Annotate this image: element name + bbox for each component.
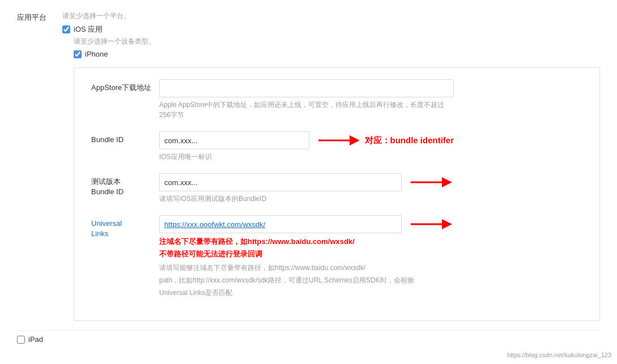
- universal-annotation-text1: 注域名下尽量带有路径，如https://www.baidu.com/wxsdk/: [159, 237, 355, 246]
- universal-links-input[interactable]: [159, 215, 402, 233]
- test-bundle-field: 请填写iOS应用测试版本的BundleID: [159, 173, 454, 204]
- bundle-id-field: 对应：bundle identifer IOS应用唯一标识: [159, 131, 454, 162]
- universal-annotation-block: 注域名下尽量带有路径，如https://www.baidu.com/wxsdk/…: [159, 235, 454, 260]
- watermark: https://blog.csdn.net/kukulongzai_123: [507, 352, 611, 358]
- device-hint: 请至少选择一个设备类型。: [74, 37, 600, 46]
- test-bundle-arrow-icon: [409, 176, 454, 189]
- appstore-row: AppStore下载地址 Apple AppStore中的下载地址，如应用还未上…: [91, 79, 582, 120]
- universal-links-hint3: 请填写能够注域名下尽量带有路径，如https://www.baidu.com/w…: [159, 263, 454, 273]
- universal-annotation-text2: 不带路径可能无法进行登录回调: [159, 250, 262, 258]
- bundle-id-label: Bundle ID: [91, 131, 159, 145]
- ios-checkbox-row: iOS 应用: [62, 24, 600, 35]
- iphone-label[interactable]: iPhone: [85, 50, 108, 58]
- test-bundle-hint: 请填写iOS应用测试版本的BundleID: [159, 194, 454, 204]
- platform-label: 应用平台: [17, 11, 62, 23]
- bundle-annotation-text: 对应：bundle identifer: [365, 135, 454, 146]
- universal-hint-part3: path，比如http://xxx.com/wxsdk/sdk路径，可通过URL…: [159, 276, 414, 284]
- universal-links-field: 注域名下尽量带有路径，如https://www.baidu.com/wxsdk/…: [159, 215, 454, 298]
- ipad-label[interactable]: iPad: [28, 335, 43, 344]
- platform-hint: 请至少选择一个平台。: [62, 11, 600, 21]
- universal-hint-part4: Universal Links是否匹配: [159, 289, 232, 297]
- bundle-id-input[interactable]: [159, 131, 309, 149]
- appstore-field: Apple AppStore中的下载地址，如应用还未上线，可置空，待应用上线后再…: [159, 79, 454, 120]
- bundle-annotation-container: 对应：bundle identifer: [316, 134, 454, 147]
- iphone-checkbox[interactable]: [74, 50, 82, 58]
- test-bundle-input[interactable]: [159, 173, 402, 191]
- platform-section-row: 应用平台 请至少选择一个平台。 iOS 应用 请至少选择一个设备类型。 iPho…: [17, 11, 600, 61]
- bundle-id-hint: IOS应用唯一标识: [159, 152, 454, 162]
- universal-hint-part1: 请填写能够: [159, 264, 193, 272]
- universal-links-hint5: Universal Links是否匹配: [159, 288, 454, 298]
- iphone-card: AppStore下载地址 Apple AppStore中的下载地址，如应用还未上…: [74, 67, 600, 321]
- platform-content: 请至少选择一个平台。 iOS 应用 请至少选择一个设备类型。 iPhone: [62, 11, 600, 61]
- ios-app-label[interactable]: iOS 应用: [74, 24, 103, 35]
- universal-arrow-icon: [409, 218, 454, 230]
- page-container: 应用平台 请至少选择一个平台。 iOS 应用 请至少选择一个设备类型。 iPho…: [0, 0, 617, 355]
- bundle-arrow-icon: [316, 134, 361, 147]
- universal-hint-part2: 注域名下尽量带有路径，如https://www.baidu.com/wxsdk/: [193, 264, 365, 272]
- bundle-id-row: Bundle ID 对应：bu: [91, 131, 582, 162]
- appstore-hint: Apple AppStore中的下载地址，如应用还未上线，可置空，待应用上线后再…: [159, 100, 454, 120]
- iphone-checkbox-row: iPhone: [74, 50, 600, 58]
- universal-annotation-line1: 注域名下尽量带有路径，如https://www.baidu.com/wxsdk/: [159, 235, 454, 248]
- ipad-row: iPad: [17, 330, 600, 344]
- universal-links-hint4: path，比如http://xxx.com/wxsdk/sdk路径，可通过URL…: [159, 275, 454, 285]
- test-bundle-label: 测试版本 Bundle ID: [91, 173, 159, 197]
- universal-links-row: Universal Links: [91, 215, 582, 298]
- appstore-label: AppStore下载地址: [91, 79, 159, 93]
- ipad-checkbox[interactable]: [17, 336, 25, 344]
- universal-links-label: Universal Links: [91, 215, 159, 239]
- appstore-input[interactable]: [159, 79, 454, 97]
- ios-app-checkbox[interactable]: [62, 25, 70, 33]
- universal-annotation-line2: 不带路径可能无法进行登录回调: [159, 248, 454, 260]
- test-bundle-arrow-container: [409, 176, 454, 189]
- universal-arrow-container: [409, 218, 454, 230]
- test-bundle-row: 测试版本 Bundle ID: [91, 173, 582, 204]
